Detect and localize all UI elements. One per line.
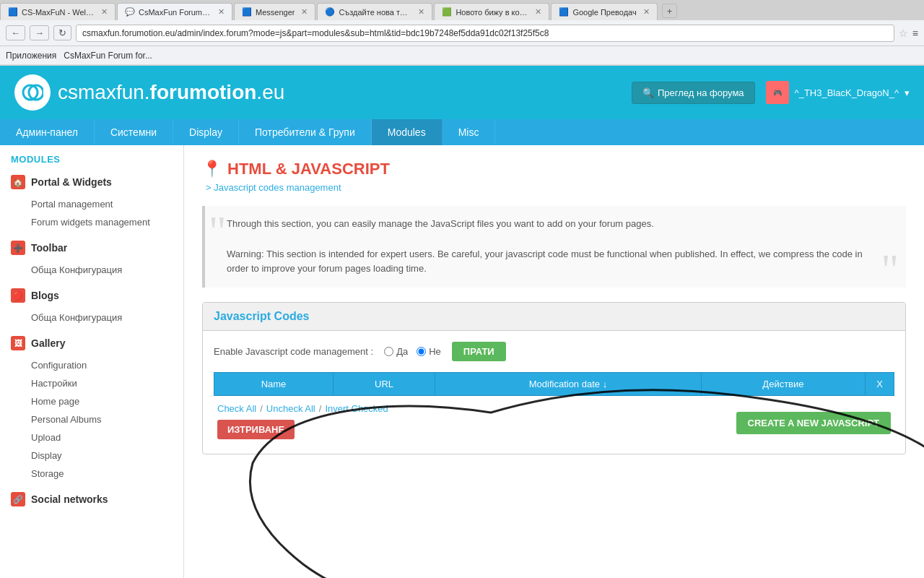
- tab-close-1[interactable]: ✕: [101, 7, 108, 17]
- tab-favicon-5: 🟩: [442, 7, 452, 17]
- logo-light: csmaxfun.: [58, 81, 150, 103]
- sidebar-item-upload[interactable]: Upload: [0, 428, 183, 447]
- browser-tab-2[interactable]: 💬 CsMaxFun Forum for... ✕: [117, 3, 232, 20]
- back-button[interactable]: ←: [6, 25, 25, 40]
- radio-no-input[interactable]: [417, 347, 426, 356]
- enable-label: Enable Javascript code management :: [214, 346, 373, 357]
- bookmark-star-icon[interactable]: ☆: [899, 27, 908, 39]
- sidebar-item-personal-albums[interactable]: Personal Albums: [0, 410, 183, 428]
- browser-toolbar: ← → ↻ ☆ ≡: [0, 20, 924, 46]
- chevron-down-icon: ▾: [905, 87, 910, 98]
- prati-button[interactable]: ПРАТИ: [452, 342, 506, 361]
- logo-svg: [22, 82, 43, 103]
- user-menu[interactable]: 🎮 ^_TH3_BlacK_DragoN_^ ▾: [766, 81, 910, 104]
- tab-favicon-4: 🔵: [325, 7, 335, 17]
- radio-yes-input[interactable]: [384, 347, 393, 356]
- browser-tab-1[interactable]: 🟦 CS-MaxFuN - Welcom... ✕: [0, 3, 116, 20]
- nav-item-admin[interactable]: Админ-панел: [0, 119, 95, 145]
- sidebar-item-home-page[interactable]: Home page: [0, 392, 183, 410]
- table-header-x: X: [866, 373, 894, 396]
- nav-item-users[interactable]: Потребители & Групи: [239, 119, 372, 145]
- sidebar-item-portal-management[interactable]: Portal management: [0, 195, 183, 213]
- preview-button-label: Преглед на форума: [658, 87, 744, 98]
- nav-item-display[interactable]: Display: [173, 119, 239, 145]
- tab-close-4[interactable]: ✕: [418, 7, 424, 17]
- delete-button[interactable]: ИЗТРИВАНЕ: [217, 420, 295, 439]
- tab-favicon-6: 🟦: [559, 7, 569, 17]
- table-header-date: Modification date ↓: [435, 373, 702, 396]
- reload-button[interactable]: ↻: [53, 25, 71, 40]
- sidebar-item-nastroiki[interactable]: Настройки: [0, 374, 183, 392]
- page-title-section: 📍 HTML & JAVASCRIPT > Javascript codes m…: [202, 160, 906, 193]
- browser-tab-4[interactable]: 🔵 Създайте нова тема ✕: [317, 3, 432, 20]
- radio-yes-text: Да: [396, 346, 408, 357]
- menu-icon[interactable]: ≡: [912, 27, 918, 39]
- sidebar-group-toolbar: ➕ Toolbar Обща Конфигурация: [0, 235, 183, 279]
- browser-tab-3[interactable]: 🟦 Messenger ✕: [234, 3, 315, 20]
- tab-favicon-2: 💬: [125, 7, 135, 17]
- browser-chrome: 🟦 CS-MaxFuN - Welcom... ✕ 💬 CsMaxFun For…: [0, 0, 924, 66]
- section-content: Enable Javascript code management : Да Н…: [203, 331, 905, 454]
- javascript-table: Name URL Modification date ↓ Действие X: [214, 372, 894, 396]
- tab-close-2[interactable]: ✕: [218, 7, 225, 17]
- preview-button[interactable]: 🔍 Преглед на форума: [632, 82, 755, 104]
- location-pin-icon: 📍: [202, 160, 222, 178]
- radio-yes-label[interactable]: Да: [384, 346, 408, 357]
- new-tab-button[interactable]: +: [662, 4, 678, 18]
- sidebar-item-display[interactable]: Display: [0, 447, 183, 465]
- breadcrumb-text: > Javascript codes management: [206, 182, 341, 193]
- sidebar-group-header-toolbar[interactable]: ➕ Toolbar: [0, 235, 183, 261]
- section-header: Javascript Codes: [203, 303, 905, 331]
- sidebar-group-header-portal[interactable]: 🏠 Portal & Widgets: [0, 169, 183, 195]
- sidebar-group-header-social[interactable]: 🔗 Social networks: [0, 486, 183, 512]
- search-icon: 🔍: [642, 87, 654, 98]
- page-title: 📍 HTML & JAVASCRIPT: [202, 160, 906, 178]
- social-icon: 🔗: [11, 492, 25, 506]
- sidebar-group-header-gallery[interactable]: 🖼 Gallery: [0, 330, 183, 356]
- description-para1: Through this section, you can easily man…: [227, 217, 877, 232]
- enable-row: Enable Javascript code management : Да Н…: [214, 342, 894, 361]
- nav-item-system[interactable]: Системни: [95, 119, 173, 145]
- forward-button[interactable]: →: [30, 25, 49, 40]
- sidebar-item-forum-widgets[interactable]: Forum widgets management: [0, 213, 183, 231]
- blogs-icon: 🔴: [11, 288, 25, 303]
- sidebar-section-title: MODULES: [0, 145, 183, 169]
- description-para2: Warning: This section is intended for ex…: [227, 247, 877, 277]
- table-header-url: URL: [334, 373, 435, 396]
- table-header-date-text: Modification date ↓: [529, 379, 607, 389]
- portal-icon: 🏠: [11, 175, 25, 189]
- sidebar-item-blogs-config[interactable]: Обща Конфигурация: [0, 309, 183, 327]
- tab-favicon-1: 🟦: [8, 7, 18, 17]
- nav-item-misc[interactable]: Misc: [443, 119, 496, 145]
- tab-close-3[interactable]: ✕: [301, 7, 308, 17]
- quote-right-icon: ": [881, 248, 899, 291]
- address-bar[interactable]: [76, 25, 894, 42]
- logo-suffix: .eu: [256, 81, 284, 103]
- invert-checked-link[interactable]: Invert Checked: [325, 403, 388, 414]
- sidebar: MODULES 🏠 Portal & Widgets Portal manage…: [0, 145, 184, 578]
- bookmarks-bar: Приложения CsMaxFun Forum for...: [0, 46, 924, 65]
- browser-tab-5[interactable]: 🟩 Новото бижу в коле... ✕: [434, 3, 549, 20]
- sidebar-item-toolbar-config[interactable]: Обща Конфигурация: [0, 261, 183, 279]
- avatar: 🎮: [766, 81, 789, 104]
- sidebar-group-header-blogs[interactable]: 🔴 Blogs: [0, 282, 183, 309]
- main-layout: MODULES 🏠 Portal & Widgets Portal manage…: [0, 145, 924, 578]
- bookmark-csmaxfun[interactable]: CsMaxFun Forum for...: [64, 51, 152, 61]
- sidebar-item-configuration[interactable]: Configuration: [0, 356, 183, 374]
- radio-no-label[interactable]: Не: [417, 346, 441, 357]
- gallery-group-label: Gallery: [31, 337, 65, 349]
- table-footer: Check All / Uncheck All / Invert Checked…: [214, 396, 894, 443]
- tab-close-5[interactable]: ✕: [535, 7, 541, 17]
- bookmark-apps[interactable]: Приложения: [6, 51, 56, 61]
- uncheck-all-link[interactable]: Uncheck All: [266, 403, 315, 414]
- browser-tab-6[interactable]: 🟦 Google Преводач ✕: [551, 3, 657, 20]
- tab-title-3: Messenger: [256, 8, 295, 17]
- create-javascript-button[interactable]: CREATE A NEW JAVASCRIPT: [736, 412, 892, 434]
- check-all-link[interactable]: Check All: [217, 403, 256, 414]
- nav-item-modules[interactable]: Modules: [372, 119, 443, 145]
- tab-title-1: CS-MaxFuN - Welcom...: [22, 8, 95, 17]
- description-box: " Through this section, you can easily m…: [202, 206, 906, 288]
- section-title: Javascript Codes: [214, 310, 310, 322]
- sidebar-item-storage[interactable]: Storage: [0, 465, 183, 483]
- tab-close-6[interactable]: ✕: [643, 7, 650, 17]
